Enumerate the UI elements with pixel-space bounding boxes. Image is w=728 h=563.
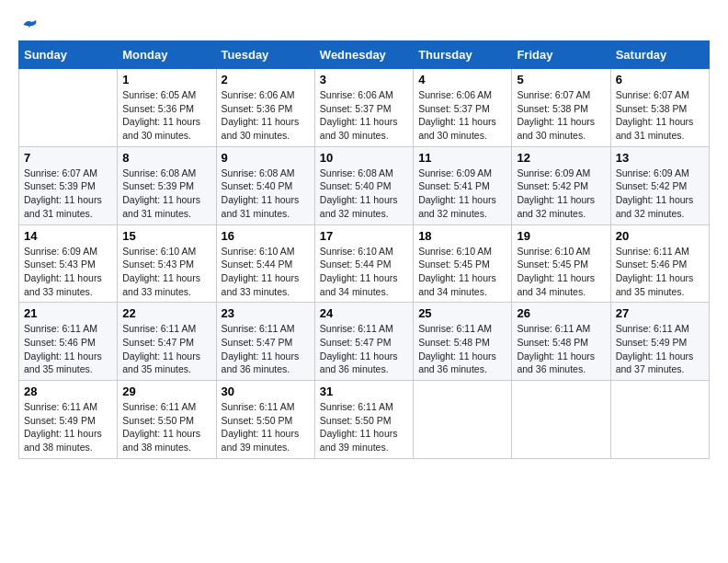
daylight-text-1: Daylight: 11 hours <box>222 427 310 441</box>
sunrise-text: Sunrise: 6:11 AM <box>122 322 210 336</box>
sunset-text: Sunset: 5:40 PM <box>320 179 408 193</box>
daylight-text-1: Daylight: 11 hours <box>517 271 605 285</box>
weekday-header: Wednesday <box>314 41 413 69</box>
calendar-week-row: 28Sunrise: 6:11 AMSunset: 5:49 PMDayligh… <box>19 381 710 459</box>
daylight-text-2: and 30 minutes. <box>418 129 506 143</box>
daylight-text-1: Daylight: 11 hours <box>24 427 112 441</box>
calendar-cell: 9Sunrise: 6:08 AMSunset: 5:40 PMDaylight… <box>216 146 314 224</box>
daylight-text-1: Daylight: 11 hours <box>517 193 605 207</box>
calendar-cell: 19Sunrise: 6:10 AMSunset: 5:45 PMDayligh… <box>512 224 610 303</box>
day-number: 7 <box>24 151 112 165</box>
sunset-text: Sunset: 5:50 PM <box>122 414 210 428</box>
daylight-text-1: Daylight: 11 hours <box>122 271 210 285</box>
daylight-text-2: and 35 minutes. <box>24 362 112 376</box>
calendar-cell: 14Sunrise: 6:09 AMSunset: 5:43 PMDayligh… <box>19 224 118 303</box>
sunrise-text: Sunrise: 6:06 AM <box>320 88 408 102</box>
sunrise-text: Sunrise: 6:07 AM <box>616 88 704 102</box>
sunrise-text: Sunrise: 6:11 AM <box>320 400 408 414</box>
daylight-text-2: and 35 minutes. <box>616 285 704 299</box>
day-number: 18 <box>418 229 506 243</box>
sunrise-text: Sunrise: 6:10 AM <box>320 245 408 259</box>
daylight-text-1: Daylight: 11 hours <box>418 350 506 363</box>
daylight-text-2: and 31 minutes. <box>222 207 310 221</box>
day-number: 23 <box>222 306 310 320</box>
daylight-text-2: and 34 minutes. <box>517 285 605 299</box>
sunset-text: Sunset: 5:50 PM <box>222 414 310 428</box>
daylight-text-2: and 33 minutes. <box>122 285 210 299</box>
daylight-text-2: and 32 minutes. <box>320 207 408 221</box>
calendar-cell: 29Sunrise: 6:11 AMSunset: 5:50 PMDayligh… <box>118 381 216 459</box>
calendar-cell: 31Sunrise: 6:11 AMSunset: 5:50 PMDayligh… <box>314 381 413 459</box>
sunrise-text: Sunrise: 6:11 AM <box>320 322 408 336</box>
daylight-text-2: and 32 minutes. <box>418 207 506 221</box>
calendar-cell: 15Sunrise: 6:10 AMSunset: 5:43 PMDayligh… <box>118 224 216 303</box>
calendar-cell: 8Sunrise: 6:08 AMSunset: 5:39 PMDaylight… <box>118 146 216 224</box>
sunrise-text: Sunrise: 6:06 AM <box>418 88 506 102</box>
day-number: 9 <box>222 151 310 165</box>
sunset-text: Sunset: 5:47 PM <box>222 336 310 350</box>
calendar-week-row: 14Sunrise: 6:09 AMSunset: 5:43 PMDayligh… <box>19 224 710 303</box>
daylight-text-1: Daylight: 11 hours <box>517 115 605 129</box>
sunrise-text: Sunrise: 6:11 AM <box>517 322 605 336</box>
calendar-cell: 6Sunrise: 6:07 AMSunset: 5:38 PMDaylight… <box>610 69 709 147</box>
sunset-text: Sunset: 5:42 PM <box>517 179 605 193</box>
sunset-text: Sunset: 5:46 PM <box>616 258 704 271</box>
day-number: 24 <box>320 306 408 320</box>
daylight-text-2: and 30 minutes. <box>222 129 310 143</box>
sunrise-text: Sunrise: 6:11 AM <box>24 400 112 414</box>
daylight-text-1: Daylight: 11 hours <box>222 271 310 285</box>
calendar-cell <box>19 69 118 147</box>
logo-bird-icon <box>22 18 39 31</box>
daylight-text-1: Daylight: 11 hours <box>222 193 310 207</box>
sunset-text: Sunset: 5:41 PM <box>418 179 506 193</box>
daylight-text-1: Daylight: 11 hours <box>122 350 210 363</box>
daylight-text-1: Daylight: 11 hours <box>418 193 506 207</box>
day-number: 28 <box>24 385 112 398</box>
day-number: 8 <box>122 151 210 165</box>
day-number: 19 <box>517 229 605 243</box>
sunset-text: Sunset: 5:50 PM <box>320 414 408 428</box>
daylight-text-1: Daylight: 11 hours <box>418 115 506 129</box>
day-number: 16 <box>222 229 310 243</box>
daylight-text-1: Daylight: 11 hours <box>24 193 112 207</box>
calendar-cell: 16Sunrise: 6:10 AMSunset: 5:44 PMDayligh… <box>216 224 314 303</box>
daylight-text-2: and 32 minutes. <box>517 207 605 221</box>
calendar-cell: 1Sunrise: 6:05 AMSunset: 5:36 PMDaylight… <box>118 69 216 147</box>
calendar-cell: 23Sunrise: 6:11 AMSunset: 5:47 PMDayligh… <box>216 303 314 381</box>
daylight-text-1: Daylight: 11 hours <box>616 193 704 207</box>
weekday-header: Saturday <box>610 41 709 69</box>
sunrise-text: Sunrise: 6:11 AM <box>222 400 310 414</box>
calendar-table: SundayMondayTuesdayWednesdayThursdayFrid… <box>18 40 710 459</box>
daylight-text-2: and 39 minutes. <box>320 441 408 454</box>
sunrise-text: Sunrise: 6:11 AM <box>418 322 506 336</box>
calendar-cell: 12Sunrise: 6:09 AMSunset: 5:42 PMDayligh… <box>512 146 610 224</box>
day-number: 21 <box>24 306 112 320</box>
sunrise-text: Sunrise: 6:11 AM <box>616 322 704 336</box>
sunrise-text: Sunrise: 6:11 AM <box>24 322 112 336</box>
sunset-text: Sunset: 5:47 PM <box>122 336 210 350</box>
daylight-text-1: Daylight: 11 hours <box>122 115 210 129</box>
daylight-text-1: Daylight: 11 hours <box>320 350 408 363</box>
day-number: 6 <box>616 73 704 86</box>
sunset-text: Sunset: 5:49 PM <box>616 336 704 350</box>
daylight-text-2: and 31 minutes. <box>24 207 112 221</box>
calendar-week-row: 21Sunrise: 6:11 AMSunset: 5:46 PMDayligh… <box>19 303 710 381</box>
day-number: 1 <box>122 73 210 86</box>
calendar-cell: 26Sunrise: 6:11 AMSunset: 5:48 PMDayligh… <box>512 303 610 381</box>
sunset-text: Sunset: 5:44 PM <box>222 258 310 271</box>
sunrise-text: Sunrise: 6:09 AM <box>418 167 506 180</box>
daylight-text-2: and 30 minutes. <box>320 129 408 143</box>
calendar-cell: 20Sunrise: 6:11 AMSunset: 5:46 PMDayligh… <box>610 224 709 303</box>
daylight-text-1: Daylight: 11 hours <box>616 271 704 285</box>
day-number: 4 <box>418 73 506 86</box>
daylight-text-1: Daylight: 11 hours <box>320 115 408 129</box>
sunrise-text: Sunrise: 6:08 AM <box>222 167 310 180</box>
logo <box>18 18 39 31</box>
weekday-header: Monday <box>118 41 216 69</box>
daylight-text-2: and 34 minutes. <box>418 285 506 299</box>
sunset-text: Sunset: 5:44 PM <box>320 258 408 271</box>
sunrise-text: Sunrise: 6:10 AM <box>222 245 310 259</box>
day-number: 31 <box>320 385 408 398</box>
calendar-cell: 27Sunrise: 6:11 AMSunset: 5:49 PMDayligh… <box>610 303 709 381</box>
sunset-text: Sunset: 5:36 PM <box>122 102 210 116</box>
